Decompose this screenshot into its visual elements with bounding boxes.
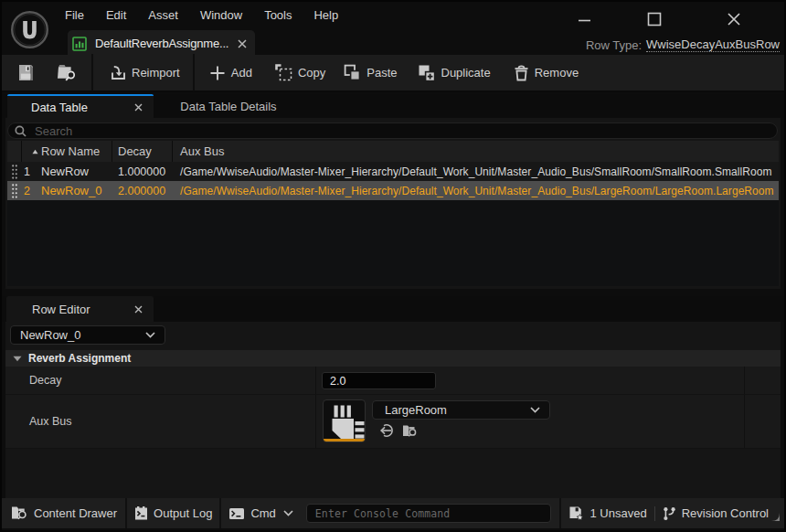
duplicate-icon <box>418 64 436 82</box>
tab-data-table-close-icon[interactable] <box>134 103 143 112</box>
duplicate-button[interactable]: Duplicate <box>418 64 491 82</box>
aux-bus-asset-thumbnail[interactable] <box>323 399 366 442</box>
revision-control-button[interactable]: Revision Control <box>663 506 769 521</box>
unreal-logo-icon[interactable] <box>10 10 49 49</box>
category-reverb-assignment[interactable]: Reverb Assignment <box>5 350 781 367</box>
row-type-value-link[interactable]: WwiseDecayAuxBusRow <box>646 37 780 52</box>
remove-button[interactable]: Remove <box>514 65 579 81</box>
aux-bus-value: LargeRoom <box>385 403 447 417</box>
menu-asset[interactable]: Asset <box>137 2 189 29</box>
paste-button[interactable]: Paste <box>344 64 397 81</box>
property-row-aux-bus: Aux Bus LargeRoom <box>5 395 781 449</box>
row-name-cell: NewRow_0 <box>33 184 114 197</box>
duplicate-label: Duplicate <box>441 66 491 80</box>
menu-edit[interactable]: Edit <box>95 2 137 29</box>
panel-tab-bar: Data Table Data Table Details <box>2 94 784 118</box>
row-number: 1 <box>22 165 33 178</box>
console-icon <box>228 507 245 520</box>
category-label: Reverb Assignment <box>28 352 131 365</box>
title-bar: File Edit Asset Window Tools Help <box>2 2 784 57</box>
chevron-down-icon <box>530 407 540 413</box>
tab-row-editor[interactable]: Row Editor <box>6 296 154 322</box>
paste-icon <box>344 64 361 81</box>
unsaved-button[interactable]: 1 Unsaved <box>568 505 646 521</box>
aux-bus-dropdown[interactable]: LargeRoom <box>372 400 550 420</box>
tab-row-editor-close-icon[interactable] <box>134 305 143 314</box>
data-table-list: Row Name Decay Aux Bus 1 NewRow 1.000000… <box>7 141 779 286</box>
cmd-label: Cmd <box>250 506 275 520</box>
close-window-button[interactable] <box>720 2 748 37</box>
menu-bar: File Edit Asset Window Tools Help <box>54 2 349 29</box>
chevron-down-icon <box>145 332 155 338</box>
table-row-2-selected[interactable]: 2 NewRow_0 2.000000 /Game/WwiseAudio/Mas… <box>7 181 779 200</box>
browse-to-asset-icon[interactable] <box>402 424 419 438</box>
menu-tools[interactable]: Tools <box>253 2 303 29</box>
row-drag-handle-icon[interactable] <box>7 184 22 198</box>
reimport-label: Reimport <box>132 66 180 80</box>
toolbar: Reimport Add Copy Paste <box>2 55 784 92</box>
menu-help[interactable]: Help <box>303 2 349 29</box>
decay-value-input[interactable]: 2.0 <box>322 372 436 389</box>
tab-data-table-details[interactable]: Data Table Details <box>154 94 303 118</box>
table-row-1[interactable]: 1 NewRow 1.000000 /Game/WwiseAudio/Maste… <box>7 162 779 181</box>
output-log-icon <box>134 505 148 521</box>
save-button[interactable] <box>18 64 34 81</box>
asset-tab-title: DefaultReverbAssignme... <box>95 37 228 50</box>
output-log-button[interactable]: Output Log <box>134 505 212 521</box>
reimport-icon <box>111 65 126 80</box>
save-icon <box>18 64 34 81</box>
output-log-label: Output Log <box>154 506 212 520</box>
row-aux-bus-cell: /Game/WwiseAudio/Master-Mixer_Hierarchy/… <box>175 165 779 178</box>
copy-icon <box>275 64 292 81</box>
use-selected-asset-icon[interactable] <box>379 423 394 438</box>
column-header-aux-bus[interactable]: Aux Bus <box>173 141 779 162</box>
revision-control-label: Revision Control <box>682 506 769 520</box>
asset-tab-close-icon[interactable] <box>238 39 247 48</box>
menu-file[interactable]: File <box>54 2 95 29</box>
search-input[interactable]: Search <box>7 122 778 139</box>
tab-data-table-details-label: Data Table Details <box>180 100 276 113</box>
minimize-button[interactable] <box>570 2 598 37</box>
resize-grip-icon[interactable] <box>770 512 781 522</box>
row-editor-panel: NewRow_0 Reverb Assignment Decay 2.0 Aux… <box>5 322 781 498</box>
menu-window[interactable]: Window <box>189 2 253 29</box>
column-header-decay[interactable]: Decay <box>112 141 173 162</box>
row-select-dropdown[interactable]: NewRow_0 <box>10 325 165 345</box>
asset-tab[interactable]: DefaultReverbAssignme... <box>68 30 255 57</box>
trash-icon <box>514 65 529 81</box>
row-aux-bus-cell: /Game/WwiseAudio/Master-Mixer_Hierarchy/… <box>175 185 779 197</box>
copy-label: Copy <box>298 66 325 80</box>
content-drawer-icon <box>11 505 28 521</box>
asset-type-color-bar <box>324 439 365 442</box>
content-drawer-button[interactable]: Content Drawer <box>11 505 117 521</box>
content-drawer-label: Content Drawer <box>34 506 117 520</box>
tab-data-table[interactable]: Data Table <box>7 94 154 118</box>
tab-row-editor-label: Row Editor <box>32 303 90 316</box>
table-header-row: Row Name Decay Aux Bus <box>7 141 779 162</box>
status-bar: Content Drawer Output Log Cmd <box>2 498 784 528</box>
console-placeholder: Enter Console Command <box>315 507 451 520</box>
unreal-editor-window: File Edit Asset Window Tools Help <box>0 0 786 532</box>
column-header-row-name[interactable]: Row Name <box>22 141 112 162</box>
browse-to-asset-button[interactable] <box>58 63 78 82</box>
decay-value: 2.0 <box>330 375 345 388</box>
row-select-value: NewRow_0 <box>20 328 80 342</box>
add-label: Add <box>231 66 252 80</box>
unsaved-label: 1 Unsaved <box>590 506 646 520</box>
add-button[interactable]: Add <box>209 65 252 81</box>
property-row-decay: Decay 2.0 <box>5 367 781 395</box>
copy-button[interactable]: Copy <box>275 64 325 81</box>
row-editor-tab-bar: Row Editor <box>2 296 784 322</box>
console-command-input[interactable]: Enter Console Command <box>306 504 551 523</box>
row-name-cell: NewRow <box>33 165 114 178</box>
row-drag-handle-icon[interactable] <box>7 165 22 179</box>
aux-bus-property-label: Aux Bus <box>29 395 72 448</box>
unsaved-save-icon <box>568 505 584 521</box>
paste-label: Paste <box>366 66 397 80</box>
search-placeholder: Search <box>35 124 72 138</box>
maximize-button[interactable] <box>641 2 668 37</box>
row-number: 2 <box>22 185 33 197</box>
reimport-button[interactable]: Reimport <box>111 65 180 80</box>
sort-ascending-icon <box>32 149 38 154</box>
cmd-dropdown-button[interactable]: Cmd <box>228 506 292 520</box>
